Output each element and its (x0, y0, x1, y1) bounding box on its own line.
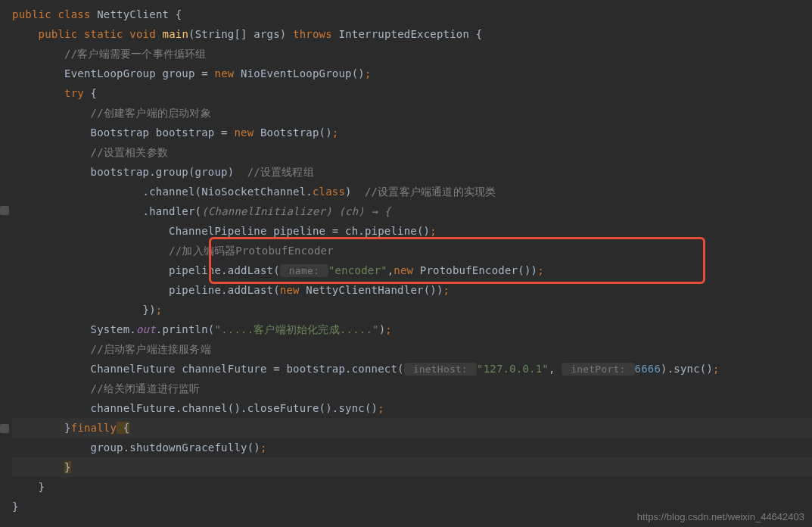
code-line: group.shutdownGracefully(); (12, 438, 812, 457)
code-line: } (12, 457, 812, 477)
code-line: ChannelFuture channelFuture = bootstrap.… (12, 359, 812, 379)
code-line: .handler((ChannelInitializer) (ch) → { (12, 201, 812, 221)
code-line: channelFuture.channel().closeFuture().sy… (12, 398, 812, 418)
code-line: pipeline.addLast(new NettyClientHandler(… (12, 280, 812, 300)
gutter-icon[interactable] (0, 424, 9, 433)
code-line: //加入编码器ProtobufEncoder (12, 241, 812, 260)
code-line: ChannelPipeline pipeline = ch.pipeline()… (12, 221, 812, 241)
code-line: System.out.println(".....客户端初始化完成.....")… (12, 320, 812, 339)
code-line: Bootstrap bootstrap = new Bootstrap(); (12, 123, 812, 142)
code-line: //启动客户端连接服务端 (12, 339, 812, 359)
code-line: //客户端需要一个事件循环组 (12, 44, 812, 64)
code-line: } (12, 477, 812, 497)
code-line: EventLoopGroup group = new NioEventLoopG… (12, 64, 812, 83)
code-line: //设置相关参数 (12, 142, 812, 162)
code-line: public static void main(String[] args) t… (12, 24, 812, 44)
code-line: }); (12, 300, 812, 320)
code-line: }finally { (12, 418, 812, 438)
code-line: public class NettyClient { (12, 5, 812, 24)
code-editor[interactable]: public class NettyClient { public static… (0, 0, 812, 516)
code-line: try { (12, 83, 812, 103)
code-line: .channel(NioSocketChannel.class) //设置客户端… (12, 182, 812, 201)
code-line: //给关闭通道进行监听 (12, 379, 812, 398)
code-line: //创建客户端的启动对象 (12, 103, 812, 123)
gutter-icon[interactable] (0, 206, 9, 215)
code-line: pipeline.addLast( name: "encoder",new Pr… (12, 260, 812, 280)
watermark-text: https://blog.csdn.net/weixin_44642403 (637, 511, 804, 522)
code-line: bootstrap.group(group) //设置线程组 (12, 162, 812, 182)
